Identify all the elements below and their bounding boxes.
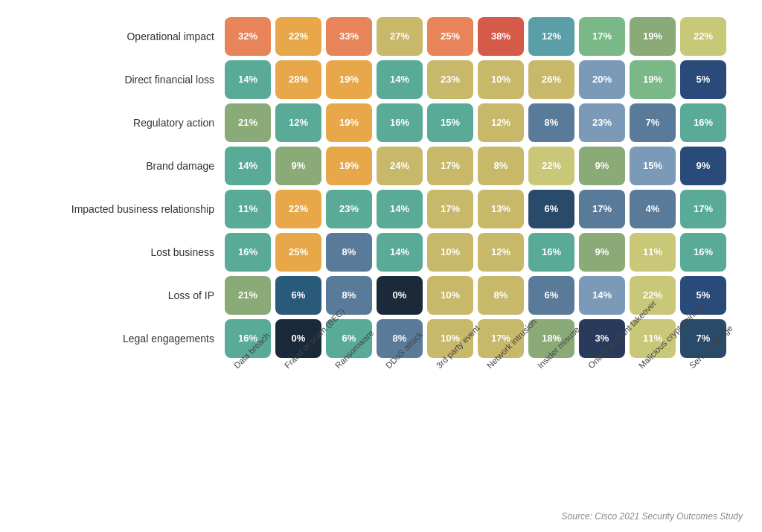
data-cell: 12% [478, 103, 524, 142]
data-cell: 14% [225, 60, 271, 99]
data-cell: 15% [630, 147, 676, 185]
chart-container: Operational impact32%22%33%27%25%38%12%1… [1, 2, 761, 531]
chart-row: Direct financial loss14%28%19%14%23%10%2… [16, 60, 746, 99]
col-label-wrapper: Insider misuse [528, 364, 574, 373]
data-cell: 15% [427, 103, 473, 142]
data-cell: 20% [579, 60, 625, 99]
data-cell: 14% [225, 147, 271, 185]
row-label: Legal engagements [16, 333, 225, 344]
data-cell: 17% [427, 147, 473, 185]
col-label-wrapper: Network intrusion [478, 364, 524, 373]
data-cell: 19% [326, 147, 372, 185]
data-cell: 13% [478, 190, 524, 228]
data-cell: 9% [275, 147, 321, 185]
data-cell: 33% [326, 17, 372, 56]
row-cells: 21%12%19%16%15%12%8%23%7%16% [225, 103, 726, 142]
data-cell: 19% [326, 103, 372, 142]
data-cell: 12% [528, 17, 574, 56]
data-cell: 32% [225, 17, 271, 56]
row-label: Loss of IP [16, 289, 225, 301]
data-cell: 21% [225, 103, 271, 142]
data-cell: 23% [326, 190, 372, 228]
chart-row: Regulatory action21%12%19%16%15%12%8%23%… [16, 103, 746, 142]
data-cell: 23% [427, 60, 473, 99]
data-cell: 16% [225, 233, 271, 272]
data-cell: 8% [326, 233, 372, 272]
data-cell: 14% [377, 190, 423, 228]
data-cell: 16% [528, 233, 574, 272]
data-cell: 19% [630, 17, 676, 56]
data-cell: 17% [579, 17, 625, 56]
row-cells: 14%28%19%14%23%10%26%20%19%5% [225, 60, 726, 99]
data-cell: 8% [326, 276, 372, 315]
row-cells: 11%22%23%14%17%13%6%17%4%17% [225, 190, 726, 228]
data-cell: 14% [377, 60, 423, 99]
row-cells: 32%22%33%27%25%38%12%17%19%22% [225, 17, 726, 56]
row-label: Brand damage [16, 160, 225, 172]
row-label: Regulatory action [16, 117, 225, 129]
chart-row: Loss of IP21%6%8%0%10%8%6%14%22%5% [16, 276, 746, 315]
chart-row: Lost business16%25%8%14%10%12%16%9%11%16… [16, 233, 746, 272]
data-cell: 14% [579, 276, 625, 315]
data-cell: 22% [528, 147, 574, 185]
data-cell: 23% [579, 103, 625, 142]
data-cell: 4% [630, 190, 676, 228]
data-cell: 22% [275, 17, 321, 56]
col-label-wrapper: Service outage [680, 364, 726, 373]
data-cell: 16% [377, 103, 423, 142]
data-cell: 8% [528, 103, 574, 142]
data-cell: 25% [427, 17, 473, 56]
data-cell: 9% [680, 147, 726, 185]
data-cell: 19% [326, 60, 372, 99]
data-cell: 17% [579, 190, 625, 228]
data-cell: 7% [630, 103, 676, 142]
row-label: Lost business [16, 246, 225, 258]
data-cell: 21% [225, 276, 271, 315]
col-label-wrapper: Fraud or scam (BEC) [275, 364, 321, 373]
col-label-wrapper: DDoS attack [377, 364, 423, 373]
data-cell: 22% [680, 17, 726, 56]
data-cell: 11% [225, 190, 271, 228]
data-cell: 8% [478, 276, 524, 315]
data-cell: 19% [630, 60, 676, 99]
source-citation: Source: Cisco 2021 Security Outcomes Stu… [562, 511, 743, 522]
row-label: Impacted business relationship [16, 203, 225, 215]
data-cell: 22% [275, 190, 321, 228]
data-cell: 27% [377, 17, 423, 56]
col-label-wrapper: Ransomware [326, 364, 372, 373]
data-cell: 0% [377, 276, 423, 315]
data-cell: 12% [275, 103, 321, 142]
data-cell: 10% [478, 60, 524, 99]
data-cell: 16% [680, 103, 726, 142]
row-cells: 14%9%19%24%17%8%22%9%15%9% [225, 147, 726, 185]
row-label: Direct financial loss [16, 74, 225, 86]
data-cell: 26% [528, 60, 574, 99]
data-cell: 38% [478, 17, 524, 56]
data-cell: 11% [630, 233, 676, 272]
data-cell: 9% [579, 147, 625, 185]
row-label: Operational impact [16, 31, 225, 42]
data-cell: 28% [275, 60, 321, 99]
col-label-wrapper: 3rd party event [427, 364, 473, 373]
data-cell: 8% [478, 147, 524, 185]
data-cell: 16% [680, 233, 726, 272]
data-cell: 6% [528, 276, 574, 315]
chart-row: Brand damage14%9%19%24%17%8%22%9%15%9% [16, 147, 746, 185]
col-label-wrapper: Data breach [225, 364, 271, 373]
col-label-wrapper: Online account takeover [579, 364, 625, 373]
data-cell: 14% [377, 233, 423, 272]
data-cell: 17% [427, 190, 473, 228]
data-cell: 12% [478, 233, 524, 272]
data-cell: 10% [427, 276, 473, 315]
chart-row: Operational impact32%22%33%27%25%38%12%1… [16, 17, 746, 56]
row-cells: 16%25%8%14%10%12%16%9%11%16% [225, 233, 726, 272]
grid-area: Operational impact32%22%33%27%25%38%12%1… [16, 17, 746, 358]
data-cell: 24% [377, 147, 423, 185]
col-label-wrapper: Malicious cryptomining [630, 364, 676, 373]
data-cell: 17% [680, 190, 726, 228]
column-labels-row: Data breachFraud or scam (BEC)Ransomware… [225, 364, 746, 373]
data-cell: 25% [275, 233, 321, 272]
data-cell: 5% [680, 60, 726, 99]
data-cell: 10% [427, 233, 473, 272]
chart-row: Impacted business relationship11%22%23%1… [16, 190, 746, 228]
